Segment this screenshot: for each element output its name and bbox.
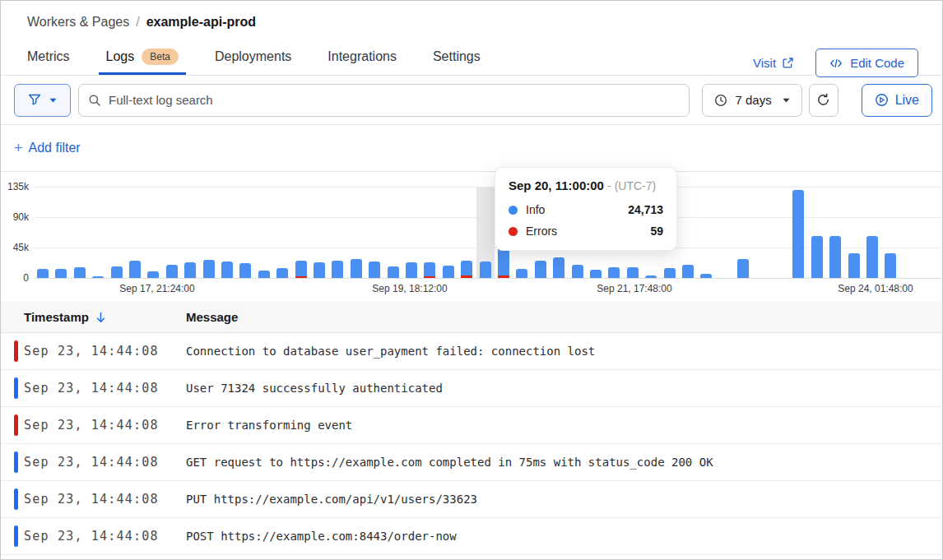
chart-bar[interactable] bbox=[553, 257, 564, 278]
log-timestamp: Sep 23, 14:44:08 bbox=[1, 455, 186, 470]
refresh-button[interactable] bbox=[809, 84, 838, 117]
chart-bar[interactable] bbox=[314, 262, 325, 278]
log-timestamp: Sep 23, 14:44:08 bbox=[1, 492, 186, 507]
chart-bar[interactable] bbox=[184, 262, 196, 278]
chart-bar[interactable] bbox=[147, 271, 159, 278]
chart-bar[interactable] bbox=[388, 266, 399, 278]
tab-deployments[interactable]: Deployments bbox=[215, 38, 291, 75]
chart-bar[interactable] bbox=[276, 268, 288, 278]
chart-bar[interactable] bbox=[572, 265, 583, 278]
log-row[interactable]: Sep 23, 14:44:08POST https://example.com… bbox=[1, 518, 942, 555]
chart-bar[interactable] bbox=[92, 276, 104, 278]
clock-icon bbox=[714, 94, 727, 107]
chart-bar[interactable] bbox=[516, 269, 527, 278]
chart-bar[interactable] bbox=[55, 269, 67, 278]
tooltip-series-value: 24,713 bbox=[628, 203, 663, 216]
chart-bar[interactable] bbox=[645, 275, 657, 278]
code-icon bbox=[829, 58, 843, 69]
chart-bar[interactable] bbox=[535, 261, 546, 278]
add-filter-button[interactable]: + Add filter bbox=[14, 140, 81, 157]
log-message: GET request to https://example.com compl… bbox=[186, 456, 942, 469]
time-range-dropdown[interactable]: 7 days bbox=[702, 84, 801, 117]
live-button[interactable]: Live bbox=[862, 84, 932, 117]
beta-badge: Beta bbox=[142, 49, 179, 65]
chart-bar[interactable] bbox=[203, 260, 215, 278]
chart-bar[interactable] bbox=[443, 266, 454, 278]
chart-bar-errors bbox=[424, 276, 435, 278]
chart-bar[interactable] bbox=[406, 262, 417, 278]
log-table: Timestamp Message Sep 23, 14:44:08Connec… bbox=[1, 302, 942, 555]
workers-logs-page: Workers & Pages / example-api-prod Metri… bbox=[0, 0, 943, 560]
chart-bar[interactable] bbox=[239, 263, 251, 278]
info-dot-icon bbox=[509, 206, 518, 215]
tab-label: Logs bbox=[106, 49, 135, 64]
chart-bar[interactable] bbox=[700, 274, 712, 278]
chart-bar[interactable] bbox=[885, 253, 896, 278]
chart-bar[interactable] bbox=[129, 261, 141, 278]
tab-integrations[interactable]: Integrations bbox=[327, 38, 397, 75]
edit-code-label: Edit Code bbox=[850, 56, 904, 70]
chart-bar[interactable] bbox=[590, 270, 602, 278]
search-input[interactable] bbox=[78, 84, 690, 117]
chart-bar[interactable] bbox=[682, 265, 694, 278]
visit-label: Visit bbox=[753, 56, 776, 70]
chevron-down-icon bbox=[783, 98, 790, 103]
add-filter-label: Add filter bbox=[29, 141, 81, 155]
log-message: User 71324 successfully authenticated bbox=[186, 382, 942, 395]
chart-bar[interactable] bbox=[351, 259, 362, 278]
log-row[interactable]: Sep 23, 14:44:08GET request to https://e… bbox=[1, 444, 942, 481]
chart-bar[interactable] bbox=[811, 236, 823, 278]
tab-label: Deployments bbox=[215, 49, 291, 64]
external-link-icon bbox=[782, 57, 794, 69]
chart-bar-errors bbox=[498, 275, 509, 278]
chart-bar[interactable] bbox=[480, 261, 491, 278]
log-message: Connection to database user_payment fail… bbox=[186, 345, 942, 358]
severity-indicator-error bbox=[14, 340, 18, 362]
edit-code-button[interactable]: Edit Code bbox=[815, 49, 918, 77]
tab-metrics[interactable]: Metrics bbox=[27, 38, 70, 75]
chart-bar[interactable] bbox=[627, 267, 639, 278]
severity-indicator-info bbox=[14, 451, 18, 473]
log-message: POST https://example.com:8443/order-now bbox=[186, 530, 942, 543]
chart-bar[interactable] bbox=[664, 268, 676, 278]
tab-label: Integrations bbox=[327, 49, 397, 64]
log-row[interactable]: Sep 23, 14:44:08Error transforming event bbox=[1, 407, 942, 444]
breadcrumb-section[interactable]: Workers & Pages bbox=[27, 15, 129, 30]
chart-bar[interactable] bbox=[295, 261, 307, 278]
chart-bar[interactable] bbox=[74, 267, 86, 278]
log-row[interactable]: Sep 23, 14:44:08Connection to database u… bbox=[1, 333, 942, 370]
tab-label: Metrics bbox=[27, 49, 70, 64]
chart-bar[interactable] bbox=[848, 253, 860, 278]
chart-bar[interactable] bbox=[221, 261, 233, 278]
chart-bar[interactable] bbox=[332, 261, 343, 278]
tooltip-row-info: Info24,713 bbox=[509, 203, 663, 216]
visit-link[interactable]: Visit bbox=[753, 56, 794, 70]
column-header-timestamp[interactable]: Timestamp bbox=[1, 310, 186, 324]
tooltip-timestamp: Sep 20, 11:00:00 bbox=[509, 178, 604, 192]
log-volume-chart: 135k90k45k0 Sep 17, 21:24:00Sep 19, 18:1… bbox=[1, 172, 942, 302]
chart-bar[interactable] bbox=[369, 261, 380, 278]
funnel-icon bbox=[28, 94, 41, 106]
chart-bar[interactable] bbox=[792, 190, 804, 278]
chart-bar[interactable] bbox=[37, 269, 49, 278]
chart-bar[interactable] bbox=[111, 266, 123, 278]
log-row[interactable]: Sep 23, 14:44:08PUT https://example.com/… bbox=[1, 481, 942, 518]
chart-bar[interactable] bbox=[737, 259, 749, 278]
log-timestamp: Sep 23, 14:44:08 bbox=[1, 344, 186, 359]
severity-indicator-info bbox=[14, 377, 18, 399]
log-row[interactable]: Sep 23, 14:44:08User 71324 successfully … bbox=[1, 370, 942, 407]
plus-icon: + bbox=[14, 140, 23, 157]
sort-desc-icon bbox=[95, 312, 106, 323]
chart-bar[interactable] bbox=[166, 265, 178, 278]
chart-bar[interactable] bbox=[608, 267, 620, 278]
y-axis: 135k90k45k0 bbox=[1, 187, 29, 278]
tooltip-timezone: - (UTC-7) bbox=[607, 179, 656, 192]
tab-settings[interactable]: Settings bbox=[433, 38, 481, 75]
log-timestamp: Sep 23, 14:44:08 bbox=[1, 381, 186, 396]
y-tick-label: 0 bbox=[23, 272, 29, 284]
tab-logs[interactable]: LogsBeta bbox=[106, 38, 179, 75]
chart-bar[interactable] bbox=[829, 236, 841, 278]
chart-bar[interactable] bbox=[258, 271, 270, 278]
chart-bar[interactable] bbox=[866, 236, 878, 278]
filter-dropdown-button[interactable] bbox=[14, 84, 71, 117]
